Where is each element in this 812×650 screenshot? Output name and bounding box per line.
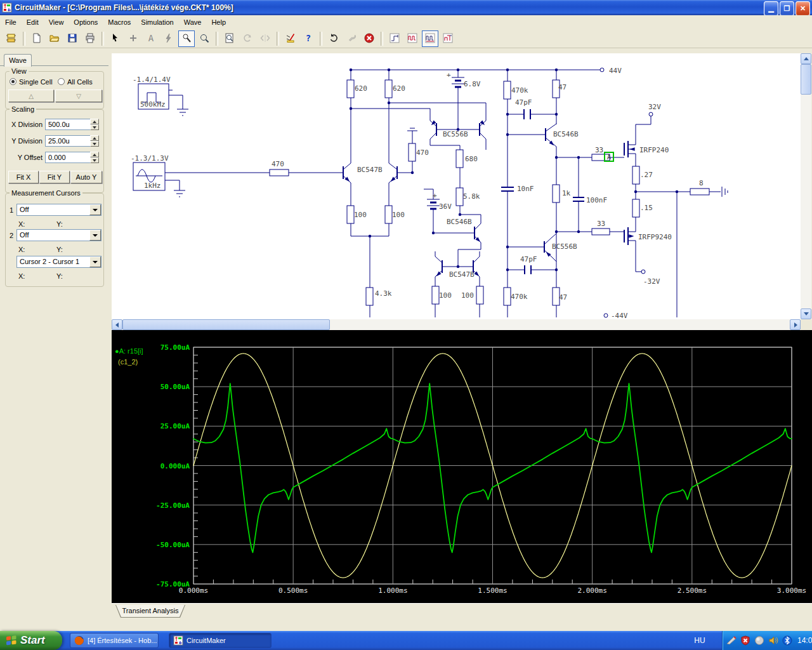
cursor1-select[interactable]: Off bbox=[16, 204, 102, 216]
cursor-icon bbox=[110, 33, 121, 44]
fit-y-button[interactable]: Fit Y bbox=[39, 171, 70, 183]
svg-text:0.000uA: 0.000uA bbox=[160, 462, 190, 470]
zoom-page-button[interactable] bbox=[221, 30, 238, 47]
volume-icon[interactable] bbox=[766, 635, 778, 646]
transient-plot: 75.00uA50.00uA25.00uA0.000uA-25.00uA-50.… bbox=[112, 330, 812, 603]
bluetooth-icon[interactable] bbox=[780, 635, 792, 646]
menu-wave[interactable]: Wave bbox=[179, 17, 207, 28]
scope-square-icon bbox=[407, 33, 417, 44]
svg-text:47: 47 bbox=[558, 83, 566, 91]
dropdown-arrow-icon[interactable] bbox=[89, 204, 101, 215]
wave-side-panel: Wave View Single Cell All Cells △ ▽ Scal… bbox=[0, 48, 110, 631]
scroll-right-icon[interactable] bbox=[790, 319, 801, 330]
cursor2-select[interactable]: Off bbox=[16, 229, 102, 241]
help-icon: ? bbox=[303, 33, 313, 44]
cursor2-y-label: Y: bbox=[56, 246, 63, 253]
dropdown-arrow-icon[interactable] bbox=[89, 256, 101, 267]
svg-text:33: 33 bbox=[597, 220, 605, 228]
tab-transient-analysis[interactable]: Transient Analysis bbox=[115, 605, 185, 618]
auto-y-button[interactable]: Auto Y bbox=[70, 171, 102, 183]
svg-text:2.500ms: 2.500ms bbox=[678, 587, 707, 595]
text-button[interactable]: A bbox=[143, 30, 159, 47]
svg-text:IRFP9240: IRFP9240 bbox=[638, 233, 672, 241]
cursor-diff-select[interactable]: Cursor 2 - Cursor 1 bbox=[16, 256, 102, 268]
dropdown-arrow-icon[interactable] bbox=[89, 230, 101, 241]
scroll-down-icon[interactable] bbox=[801, 308, 811, 319]
mirror-button[interactable] bbox=[257, 30, 273, 47]
menu-file[interactable]: File bbox=[0, 17, 22, 28]
y-division-spinner[interactable] bbox=[90, 135, 99, 147]
menu-options[interactable]: Options bbox=[69, 17, 103, 28]
scroll-left-icon[interactable] bbox=[112, 319, 122, 330]
radio-all-cells[interactable]: All Cells bbox=[58, 78, 93, 86]
svg-text:BC556B: BC556B bbox=[443, 130, 468, 138]
task-circuitmaker[interactable]: CircuitMaker bbox=[169, 633, 272, 648]
window-title: CircuitMaker - [C:\Program Files\...\ját… bbox=[15, 3, 233, 12]
close-button[interactable]: ✕ bbox=[796, 1, 810, 16]
svg-text:47pF: 47pF bbox=[520, 255, 537, 263]
title-bar[interactable]: CircuitMaker - [C:\Program Files\...\ját… bbox=[0, 0, 812, 15]
help-button[interactable]: ? bbox=[300, 30, 317, 47]
tab-wave[interactable]: Wave bbox=[4, 54, 32, 67]
scope-square-button[interactable] bbox=[404, 30, 421, 47]
schematic-drawing: A-1.4/1.4V500kHz-1.3/1.3V1kHz470620620+6… bbox=[112, 53, 801, 319]
reset-button[interactable] bbox=[325, 30, 342, 47]
x-division-spinner[interactable] bbox=[90, 119, 99, 130]
update-orb-icon[interactable] bbox=[752, 635, 764, 646]
save-button[interactable] bbox=[64, 30, 81, 47]
parts-button[interactable] bbox=[3, 30, 20, 47]
svg-text:.15: .15 bbox=[640, 204, 653, 212]
save-icon bbox=[67, 33, 77, 44]
scope-mixed-button[interactable] bbox=[422, 30, 438, 47]
menu-macros[interactable]: Macros bbox=[103, 17, 136, 28]
zoom-button[interactable] bbox=[196, 30, 213, 47]
stop-button[interactable] bbox=[361, 30, 377, 47]
svg-text:BC556B: BC556B bbox=[552, 242, 577, 251]
svg-text:100: 100 bbox=[392, 211, 405, 219]
svg-text:470k: 470k bbox=[511, 293, 528, 301]
y-division-input[interactable]: 25.00u bbox=[45, 135, 91, 147]
schematic-horizontal-scrollbar[interactable] bbox=[112, 319, 801, 330]
menu-help[interactable]: Help bbox=[206, 17, 231, 28]
open-button[interactable] bbox=[46, 30, 63, 47]
cell-up-button[interactable]: △ bbox=[8, 90, 54, 102]
horizontal-scroll-thumb[interactable] bbox=[122, 319, 330, 330]
pen-tablet-icon[interactable] bbox=[724, 635, 737, 646]
scope-digital-button[interactable] bbox=[440, 30, 456, 47]
minimize-button[interactable]: ▁ bbox=[764, 1, 778, 16]
probe-button[interactable] bbox=[178, 30, 195, 47]
svg-text:IRFP240: IRFP240 bbox=[639, 146, 669, 154]
rotate-button[interactable] bbox=[239, 30, 256, 47]
scope-step-button[interactable] bbox=[386, 30, 403, 47]
menu-edit[interactable]: Edit bbox=[22, 17, 44, 28]
x-division-input[interactable]: 500.0u bbox=[45, 119, 91, 130]
tools-button[interactable] bbox=[343, 30, 360, 47]
vertical-scroll-thumb[interactable] bbox=[801, 64, 811, 95]
delete-button[interactable] bbox=[160, 30, 177, 47]
y-offset-input[interactable]: 0.000 bbox=[45, 152, 91, 163]
menu-bar: FileEditViewOptionsMacrosSimulationWaveH… bbox=[0, 15, 812, 30]
scaling-group: Scaling X Division 500.0u Y Division 25.… bbox=[5, 109, 104, 193]
sim-setup-button[interactable] bbox=[282, 30, 299, 47]
start-button[interactable]: Start bbox=[0, 631, 62, 650]
language-indicator[interactable]: HU bbox=[689, 631, 710, 650]
schematic-canvas[interactable]: A-1.4/1.4V500kHz-1.3/1.3V1kHz470620620+6… bbox=[112, 53, 801, 319]
toolbar-separator bbox=[277, 32, 279, 46]
y-offset-spinner[interactable] bbox=[90, 152, 99, 163]
menu-view[interactable]: View bbox=[44, 17, 69, 28]
fit-x-button[interactable]: Fit X bbox=[8, 171, 39, 183]
print-button[interactable] bbox=[82, 30, 98, 47]
wire-button[interactable] bbox=[125, 30, 141, 47]
select-button[interactable] bbox=[107, 30, 124, 47]
taskbar-clock[interactable]: 14:07 bbox=[797, 636, 812, 645]
radio-single-cell[interactable]: Single Cell bbox=[10, 78, 53, 86]
restore-button[interactable]: ❐ bbox=[780, 1, 794, 16]
scroll-up-icon[interactable] bbox=[801, 53, 811, 64]
new-button[interactable] bbox=[29, 30, 45, 47]
security-shield-icon[interactable] bbox=[738, 635, 750, 646]
schematic-vertical-scrollbar[interactable] bbox=[801, 53, 811, 319]
task-firefox[interactable]: [4] Értesítések - Hob... bbox=[70, 633, 159, 648]
cell-down-button[interactable]: ▽ bbox=[55, 90, 102, 102]
menu-simulation[interactable]: Simulation bbox=[136, 17, 178, 28]
mirror-icon bbox=[260, 33, 270, 44]
